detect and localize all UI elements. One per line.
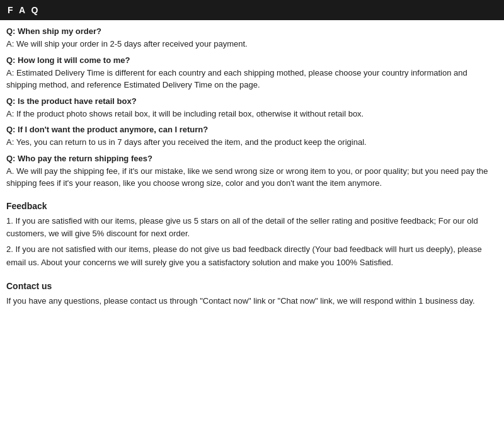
faq-section: Q: When ship my order? A: We will ship y…	[0, 26, 504, 307]
faq-answer-5: A. We will pay the shipping fee, if it's…	[6, 165, 498, 190]
feedback-point-2: 2. If you are not satisfied with our ite…	[6, 243, 498, 270]
contact-content: If you have any questions, please contac…	[6, 295, 498, 308]
faq-answer-2: A: Estimated Delivery Time is different …	[6, 67, 498, 91]
faq-question-2: Q: How long it will come to me?	[6, 55, 498, 65]
faq-question-1: Q: When ship my order?	[6, 26, 498, 36]
page-container: F A Q Q: When ship my order? A: We will …	[0, 0, 504, 307]
faq-question-4: Q: If I don't want the product anymore, …	[6, 125, 498, 134]
feedback-point-1: 1. If you are satisfied with our items, …	[6, 215, 498, 241]
contact-text: If you have any questions, please contac…	[6, 295, 498, 308]
faq-answer-1: A: We will ship your order in 2-5 days a…	[6, 38, 498, 50]
faq-answer-3: A: If the product photo shows retail box…	[6, 108, 498, 120]
feedback-title: Feedback	[6, 201, 498, 211]
faq-answer-4: A: Yes, you can return to us in 7 days a…	[6, 136, 498, 149]
faq-item-4: Q: If I don't want the product anymore, …	[6, 125, 498, 149]
faq-header-title: F A Q	[8, 5, 40, 15]
faq-question-3: Q: Is the product have retail box?	[6, 96, 498, 106]
faq-item-1: Q: When ship my order? A: We will ship y…	[6, 26, 498, 50]
contact-title: Contact us	[6, 281, 498, 291]
feedback-content: 1. If you are satisfied with our items, …	[6, 215, 498, 270]
faq-item-2: Q: How long it will come to me? A: Estim…	[6, 55, 498, 91]
faq-header: F A Q	[0, 0, 504, 20]
faq-question-5: Q: Who pay the return shipping fees?	[6, 154, 498, 163]
faq-item-5: Q: Who pay the return shipping fees? A. …	[6, 154, 498, 190]
faq-item-3: Q: Is the product have retail box? A: If…	[6, 96, 498, 120]
